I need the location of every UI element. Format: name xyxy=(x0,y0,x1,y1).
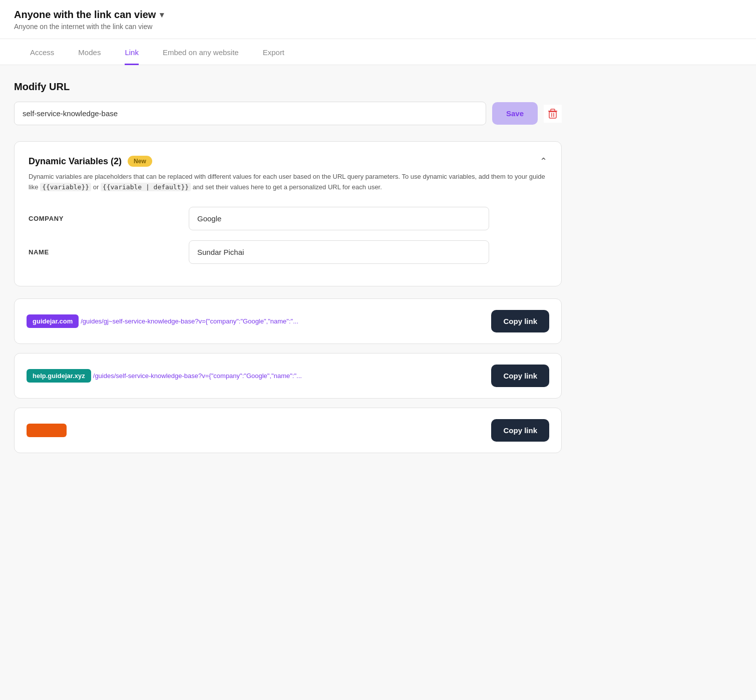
tabs-bar: Access Modes Link Embed on any website E… xyxy=(0,39,756,65)
new-badge: New xyxy=(128,156,152,167)
link-card-custom: Copy link xyxy=(14,408,562,453)
domain-badge-xyz: help.guidejar.xyz xyxy=(27,369,91,383)
dv-title: Dynamic Variables (2) xyxy=(29,156,122,167)
desc-middle: or xyxy=(91,183,101,191)
copy-link-button-guidejar[interactable]: Copy link xyxy=(491,310,549,332)
collapse-button[interactable]: ⌃ xyxy=(540,156,547,167)
link-card-guidejar: guidejar.com /guides/gj~self-service-kno… xyxy=(14,298,562,344)
domain-badge-guidejar: guidejar.com xyxy=(27,314,79,328)
tab-embed[interactable]: Embed on any website xyxy=(163,39,239,65)
variable-input-name[interactable] xyxy=(189,240,489,264)
code1: {{variable}} xyxy=(40,183,91,191)
access-subtitle: Anyone on the internet with the link can… xyxy=(14,23,742,31)
link-left-xyz: help.guidejar.xyz /guides/self-service-k… xyxy=(27,369,483,383)
modify-url-title: Modify URL xyxy=(14,81,562,93)
dv-title-row: Dynamic Variables (2) New xyxy=(29,156,152,167)
link-card-xyz: help.guidejar.xyz /guides/self-service-k… xyxy=(14,353,562,399)
svg-rect-1 xyxy=(549,112,556,118)
title-text: Anyone with the link can view xyxy=(14,9,156,21)
link-path-xyz: /guides/self-service-knowledge-base?v={"… xyxy=(93,372,302,380)
access-title: Anyone with the link can view ▾ xyxy=(14,9,742,21)
link-path-guidejar: /guides/gj~self-service-knowledge-base?v… xyxy=(81,317,298,325)
variable-label-name: NAME xyxy=(29,248,189,256)
delete-button[interactable] xyxy=(544,105,562,123)
save-button[interactable]: Save xyxy=(492,102,538,125)
link-left-custom xyxy=(27,424,483,437)
domain-badge-custom xyxy=(27,424,67,437)
main-content: Modify URL Save Dynamic Variables (2) Ne… xyxy=(0,65,576,478)
tab-export[interactable]: Export xyxy=(263,39,284,65)
chevron-down-icon[interactable]: ▾ xyxy=(160,10,164,20)
tab-access[interactable]: Access xyxy=(30,39,54,65)
copy-link-button-xyz[interactable]: Copy link xyxy=(491,365,549,387)
variable-label-company: COMPANY xyxy=(29,215,189,222)
trash-icon xyxy=(547,108,559,120)
desc-suffix: and set their values here to get a perso… xyxy=(191,183,382,191)
code2: {{variable | default}} xyxy=(101,183,191,191)
dv-description: Dynamic variables are placeholders that … xyxy=(29,172,547,193)
variable-row-name: NAME xyxy=(29,240,547,264)
variable-input-company[interactable] xyxy=(189,207,489,230)
url-input[interactable] xyxy=(14,102,486,125)
variable-row-company: COMPANY xyxy=(29,207,547,230)
link-left-guidejar: guidejar.com /guides/gj~self-service-kno… xyxy=(27,314,483,328)
url-row: Save xyxy=(14,102,562,125)
tab-link[interactable]: Link xyxy=(125,39,139,65)
copy-link-button-custom[interactable]: Copy link xyxy=(491,419,549,442)
dv-header: Dynamic Variables (2) New ⌃ xyxy=(29,156,547,167)
tab-modes[interactable]: Modes xyxy=(78,39,101,65)
dynamic-variables-card: Dynamic Variables (2) New ⌃ Dynamic vari… xyxy=(14,141,562,286)
top-bar: Anyone with the link can view ▾ Anyone o… xyxy=(0,0,756,39)
